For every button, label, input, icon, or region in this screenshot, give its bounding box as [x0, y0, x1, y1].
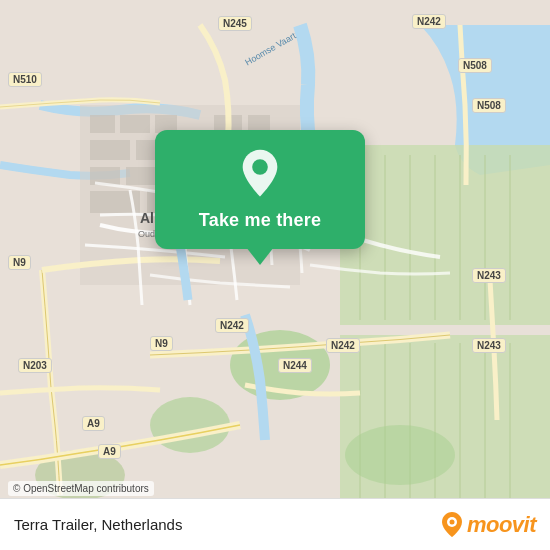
road-label-n508a: N508 — [458, 58, 492, 73]
road-label-n245: N245 — [218, 16, 252, 31]
road-label-n242b: N242 — [326, 338, 360, 353]
location-pin-icon — [234, 148, 286, 200]
svg-point-18 — [150, 397, 230, 453]
road-label-n9b: N9 — [150, 336, 173, 351]
svg-point-19 — [345, 425, 455, 485]
location-title: Terra Trailer, Netherlands — [14, 516, 182, 533]
road-label-n243b: N243 — [472, 338, 506, 353]
map-container: Alkm Oudegr... N510 N245 N242 N508 N508 … — [0, 0, 550, 550]
road-label-n508b: N508 — [472, 98, 506, 113]
road-label-n510: N510 — [8, 72, 42, 87]
svg-rect-1 — [340, 145, 550, 325]
road-label-n9a: N9 — [8, 255, 31, 270]
svg-rect-25 — [90, 140, 130, 160]
take-me-there-button[interactable]: Take me there — [199, 210, 321, 231]
svg-rect-28 — [90, 167, 120, 185]
svg-point-40 — [252, 159, 268, 175]
map-attribution: © OpenStreetMap contributors — [8, 481, 154, 496]
road-label-n244: N244 — [278, 358, 312, 373]
svg-rect-22 — [90, 115, 115, 133]
popup-card[interactable]: Take me there — [155, 130, 365, 249]
svg-point-42 — [449, 519, 454, 524]
road-label-n243a: N243 — [472, 268, 506, 283]
svg-rect-23 — [120, 115, 150, 133]
moovit-pin-icon — [441, 511, 463, 539]
moovit-brand-text: moovit — [467, 512, 536, 538]
bottom-bar: Terra Trailer, Netherlands moovit — [0, 498, 550, 550]
map-svg: Alkm Oudegr... — [0, 0, 550, 550]
road-label-a9a: A9 — [82, 416, 105, 431]
road-label-n242a: N242 — [215, 318, 249, 333]
moovit-logo: moovit — [441, 511, 536, 539]
road-label-n242-top: N242 — [412, 14, 446, 29]
road-label-a9b: A9 — [98, 444, 121, 459]
road-label-n203: N203 — [18, 358, 52, 373]
